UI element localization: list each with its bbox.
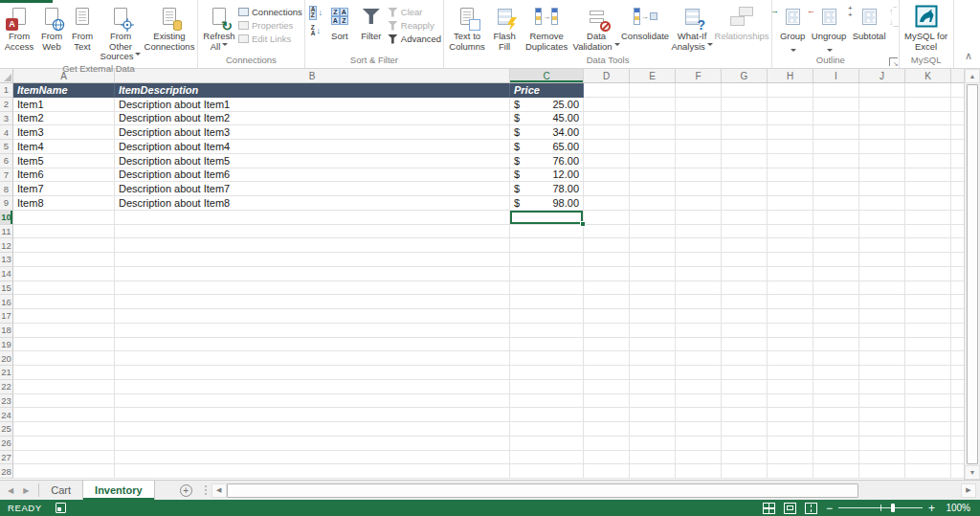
cell-G9[interactable] bbox=[722, 196, 768, 211]
cell-K9[interactable] bbox=[905, 196, 951, 211]
cell-D5[interactable] bbox=[584, 140, 630, 154]
cell-I19[interactable] bbox=[813, 338, 859, 352]
what-if-analysis-button[interactable]: ? What-If Analysis bbox=[670, 3, 714, 52]
row-header-19[interactable]: 19 bbox=[0, 338, 13, 352]
cell-E23[interactable] bbox=[630, 394, 676, 409]
cell-F6[interactable] bbox=[676, 154, 722, 168]
cell-C11[interactable] bbox=[510, 225, 584, 239]
show-detail-icon[interactable]: ↑‾ bbox=[889, 8, 899, 16]
cell-H10[interactable] bbox=[768, 211, 813, 225]
row-header-21[interactable]: 21 bbox=[0, 366, 13, 380]
advanced-filter-button[interactable]: Advanced bbox=[388, 34, 441, 44]
cell-C2[interactable]: $25.00 bbox=[510, 98, 584, 112]
zoom-slider-thumb[interactable] bbox=[891, 504, 895, 512]
vertical-scroll-thumb[interactable] bbox=[967, 84, 978, 464]
cell-C21[interactable] bbox=[510, 366, 584, 380]
cell-A16[interactable] bbox=[13, 295, 115, 309]
cell-D17[interactable] bbox=[584, 309, 630, 324]
zoom-level[interactable]: 100% bbox=[944, 503, 970, 513]
cell-J18[interactable] bbox=[859, 324, 905, 338]
cell-F20[interactable] bbox=[676, 351, 722, 366]
cell-F7[interactable] bbox=[676, 168, 722, 183]
remove-duplicates-button[interactable]: → Remove Duplicates bbox=[521, 3, 572, 52]
row-header-9[interactable]: 9 bbox=[0, 196, 13, 211]
cell-E17[interactable] bbox=[630, 309, 676, 324]
cell-I18[interactable] bbox=[813, 324, 859, 338]
row-header-23[interactable]: 23 bbox=[0, 394, 13, 409]
row-header-3[interactable]: 3 bbox=[0, 112, 13, 126]
cell-G7[interactable] bbox=[722, 168, 768, 183]
cell-C19[interactable] bbox=[510, 338, 584, 352]
row-header-22[interactable]: 22 bbox=[0, 380, 13, 394]
cell-A17[interactable] bbox=[13, 309, 115, 324]
cell-A7[interactable]: Item6 bbox=[13, 168, 115, 183]
sort-descending-button[interactable]: ZA↓ bbox=[307, 23, 324, 38]
cell-J27[interactable] bbox=[859, 451, 905, 465]
cell-F4[interactable] bbox=[676, 125, 722, 140]
cell-E12[interactable] bbox=[630, 238, 676, 253]
column-header-G[interactable]: G bbox=[722, 69, 768, 82]
column-header-D[interactable]: D bbox=[584, 69, 630, 82]
cell-E9[interactable] bbox=[630, 196, 676, 211]
cell-G11[interactable] bbox=[722, 225, 768, 239]
cell-J25[interactable] bbox=[859, 422, 905, 437]
data-validation-button[interactable]: Data Validation bbox=[572, 3, 620, 52]
horizontal-scroll-thumb[interactable] bbox=[227, 483, 858, 498]
cell-F26[interactable] bbox=[676, 437, 722, 451]
cell-F1[interactable] bbox=[676, 83, 722, 98]
cell-E4[interactable] bbox=[630, 125, 676, 140]
row-header-8[interactable]: 8 bbox=[0, 182, 13, 196]
cell-F9[interactable] bbox=[676, 196, 722, 211]
cell-E22[interactable] bbox=[630, 380, 676, 394]
cell-C18[interactable] bbox=[510, 324, 584, 338]
cell-G25[interactable] bbox=[722, 422, 768, 437]
cell-G6[interactable] bbox=[722, 154, 768, 168]
cell-F25[interactable] bbox=[676, 422, 722, 437]
fill-handle[interactable] bbox=[580, 221, 586, 227]
cell-J20[interactable] bbox=[859, 351, 905, 366]
cell-G13[interactable] bbox=[722, 253, 768, 267]
cell-H16[interactable] bbox=[768, 295, 813, 309]
cell-D16[interactable] bbox=[584, 295, 630, 309]
cell-B26[interactable] bbox=[115, 437, 510, 451]
cell-F27[interactable] bbox=[676, 451, 722, 465]
cell-D9[interactable] bbox=[584, 196, 630, 211]
column-header-J[interactable]: J bbox=[859, 69, 905, 82]
sort-ascending-button[interactable]: AZ↓ bbox=[307, 5, 324, 20]
row-header-24[interactable]: 24 bbox=[0, 408, 13, 422]
cell-H15[interactable] bbox=[768, 281, 813, 296]
cell-C4[interactable]: $34.00 bbox=[510, 125, 584, 140]
mysql-for-excel-button[interactable]: MySQL for Excel bbox=[902, 3, 951, 52]
cell-E18[interactable] bbox=[630, 324, 676, 338]
cell-B8[interactable]: Description about Item7 bbox=[115, 182, 510, 196]
cell-K12[interactable] bbox=[905, 238, 951, 253]
cell-I10[interactable] bbox=[813, 211, 859, 225]
cell-I6[interactable] bbox=[813, 154, 859, 168]
cell-J4[interactable] bbox=[859, 125, 905, 140]
cell-C14[interactable] bbox=[510, 267, 584, 281]
cell-C9[interactable]: $98.00 bbox=[510, 196, 584, 211]
cell-F18[interactable] bbox=[676, 324, 722, 338]
cell-J7[interactable] bbox=[859, 168, 905, 183]
cell-B12[interactable] bbox=[115, 238, 510, 253]
row-header-16[interactable]: 16 bbox=[0, 295, 13, 309]
cell-D1[interactable] bbox=[584, 83, 630, 98]
cell-F17[interactable] bbox=[676, 309, 722, 324]
cell-A1[interactable]: ItemName bbox=[13, 83, 115, 98]
cell-B25[interactable] bbox=[115, 422, 510, 437]
cell-F8[interactable] bbox=[676, 182, 722, 196]
horizontal-scrollbar[interactable]: ◀ ▶ bbox=[200, 481, 980, 500]
sheet-tab-cart[interactable]: Cart bbox=[39, 481, 83, 500]
cell-K4[interactable] bbox=[905, 125, 951, 140]
cell-K2[interactable] bbox=[905, 98, 951, 112]
cell-B6[interactable]: Description about Item5 bbox=[115, 154, 510, 168]
properties-button[interactable]: Properties bbox=[238, 20, 302, 31]
cell-I25[interactable] bbox=[813, 422, 859, 437]
cell-D20[interactable] bbox=[584, 351, 630, 366]
row-header-6[interactable]: 6 bbox=[0, 154, 13, 168]
cell-J22[interactable] bbox=[859, 380, 905, 394]
cell-H6[interactable] bbox=[768, 154, 813, 168]
column-header-F[interactable]: F bbox=[676, 69, 722, 82]
tab-scrollbar-splitter[interactable] bbox=[200, 485, 212, 495]
dialog-launcher-icon[interactable]: ↘ bbox=[889, 57, 898, 66]
